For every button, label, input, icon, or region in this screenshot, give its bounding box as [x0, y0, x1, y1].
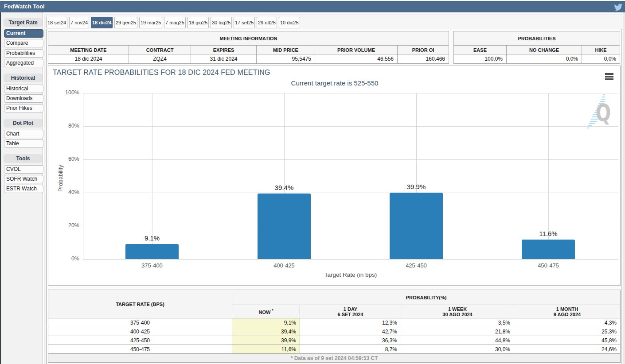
probability-history-table: TARGET RATE (BPS)PROBABILITY(%)NOW *1 DA…	[48, 290, 621, 363]
probabilities-value-row: 100,0%0,0%0,0%	[454, 54, 620, 64]
bar-value-label: 39.9%	[387, 183, 445, 190]
chart-context-menu-icon[interactable]	[605, 73, 613, 80]
chart-subtitle: Current target rate is 525-550	[48, 79, 621, 87]
tab-29-ott25[interactable]: 29 ott25	[257, 17, 277, 28]
probabilities-title: PROBABILITIES	[454, 31, 620, 46]
tab-19-mar25[interactable]: 19 mar25	[139, 17, 162, 28]
sidebar-section-target-rate[interactable]: Target Rate	[4, 18, 43, 27]
meeting-header-row: MEETING DATECONTRACTEXPIRESMID PRICEPRIO…	[48, 46, 449, 54]
prob-col-hike: HIKE	[582, 46, 620, 54]
prob-value: 0,0%	[582, 54, 620, 64]
sidebar-item-downloads[interactable]: Downloads	[4, 94, 43, 103]
y-gridline	[83, 93, 618, 93]
meeting-col-prior-volume: PRIOR VOLUME	[315, 46, 398, 54]
meeting-col-contract: CONTRACT	[129, 46, 191, 54]
sidebar-item-aggregated[interactable]: Aggregated	[4, 59, 43, 67]
probability-row: 450-47511,6%8,7%30,0%24,6%	[48, 345, 621, 354]
meeting-value: 31 dic 2024	[191, 54, 257, 64]
y-gridline	[83, 193, 618, 193]
bar-450-475[interactable]	[522, 240, 575, 259]
sidebar-item-sofr-watch[interactable]: SOFR Watch	[4, 175, 43, 183]
sidebar-item-compare[interactable]: Compare	[4, 39, 43, 47]
x-axis-line	[83, 259, 618, 259]
bar-value-label: 9.1%	[123, 234, 181, 242]
meeting-col-prior-oi: PRIOR OI	[398, 46, 449, 54]
cell-rate: 400-425	[48, 327, 232, 336]
y-tick-label: 0%	[53, 256, 79, 262]
cell-history: 45,8%	[514, 336, 621, 345]
cell-now: 39,4%	[232, 327, 300, 336]
tab-10-dic25[interactable]: 10 dic25	[279, 17, 300, 28]
tab-18-set24[interactable]: 18 set24	[46, 17, 67, 28]
tab-7-nov24[interactable]: 7 nov24	[69, 17, 89, 28]
col-group-probability: PROBABILITY(%)	[232, 290, 621, 305]
y-axis-title: Probability	[57, 165, 64, 192]
bar-400-425[interactable]	[258, 194, 311, 259]
x-category-label: 400-425	[249, 262, 320, 269]
cell-history: 3,5%	[401, 318, 514, 327]
probability-row: 375-4009,1%12,3%3,5%4,3%	[48, 318, 621, 327]
chart-panel: TARGET RATE PROBABILITIES FOR 18 DIC 202…	[48, 66, 621, 286]
probability-row: 400-42539,4%42,7%21,8%25,3%	[48, 327, 621, 336]
cell-history: 30,0%	[401, 345, 514, 354]
quikstrike-watermark: Q	[583, 93, 614, 130]
tab-30-lug25[interactable]: 30 lug25	[211, 17, 232, 28]
y-tick-label: 60%	[53, 156, 79, 162]
bar-375-400[interactable]	[125, 244, 179, 259]
meeting-col-mid-price: MID PRICE	[257, 46, 315, 54]
sidebar-section-tools[interactable]: Tools	[4, 154, 43, 163]
cell-history: 24,6%	[514, 345, 621, 354]
y-tick-label: 20%	[53, 222, 79, 228]
y-tick-label: 40%	[53, 189, 79, 195]
meeting-col-expires: EXPIRES	[191, 46, 257, 54]
col-target-rate: TARGET RATE (BPS)	[48, 290, 232, 318]
x-category-label: 425-450	[381, 262, 452, 269]
meeting-col-meeting-date: MEETING DATE	[48, 46, 129, 54]
cell-now: 39,9%	[232, 336, 300, 345]
bar-425-450[interactable]	[390, 193, 443, 259]
y-gridline	[83, 226, 618, 226]
cell-rate: 375-400	[48, 318, 232, 327]
cell-history: 42,7%	[300, 327, 401, 336]
sidebar-section-dot-plot[interactable]: Dot Plot	[4, 119, 43, 128]
meeting-value: 95,5475	[257, 54, 315, 64]
col-1-day: 1 DAY6 SET 2024	[300, 305, 401, 318]
x-axis-title: Target Rate (in bps)	[306, 271, 395, 278]
tab-7-mag25[interactable]: 7 mag25	[164, 17, 186, 28]
cell-now: 9,1%	[232, 318, 300, 327]
y-tick-label: 100%	[53, 89, 79, 96]
twitter-icon[interactable]	[614, 3, 623, 12]
app-title: FedWatch Tool	[4, 3, 45, 10]
meeting-value: 46.556	[315, 54, 398, 64]
tab-17-set25[interactable]: 17 set25	[234, 17, 255, 28]
sidebar-item-table[interactable]: Table	[4, 139, 43, 148]
y-tick-label: 80%	[53, 123, 79, 129]
prob-value: 0,0%	[507, 54, 582, 64]
cell-now: 11,6%	[232, 345, 300, 354]
tab-18-dic24[interactable]: 18 dic24	[91, 17, 113, 28]
probability-table-group-header-row: TARGET RATE (BPS)PROBABILITY(%)	[48, 290, 621, 305]
tab-29-gen25[interactable]: 29 gen25	[114, 17, 137, 28]
sidebar-item-current[interactable]: Current	[4, 29, 43, 38]
y-gridline	[83, 126, 618, 127]
sidebar-item-probabilities[interactable]: Probabilities	[4, 49, 43, 58]
sidebar-section-historical[interactable]: Historical	[4, 74, 43, 82]
bar-value-label: 11.6%	[520, 230, 577, 237]
watermark-letter: Q	[596, 99, 611, 126]
prob-col-no-change: NO CHANGE	[507, 46, 582, 54]
sidebar-item-prior-hikes[interactable]: Prior Hikes	[4, 104, 43, 112]
footnote-row: * Data as of 9 set 2024 04:59:53 CT	[48, 354, 621, 363]
meeting-value: 18 dic 2024	[48, 54, 129, 64]
app-header: FedWatch Tool	[0, 1, 625, 12]
sidebar-item-historical[interactable]: Historical	[4, 85, 43, 93]
meeting-information-table: MEETING INFORMATION MEETING DATECONTRACT…	[48, 31, 449, 64]
meeting-value: 160.466	[398, 54, 449, 64]
chart-title: TARGET RATE PROBABILITIES FOR 18 DIC 202…	[53, 69, 270, 77]
sidebar-item-chart[interactable]: Chart	[4, 130, 43, 138]
cell-history: 12,3%	[300, 318, 401, 327]
probability-row: 425-45039,9%36,3%44,8%45,8%	[48, 336, 621, 345]
meeting-value: ZQZ4	[129, 54, 191, 64]
sidebar-item-estr-watch[interactable]: ESTR Watch	[4, 185, 43, 193]
tab-18-giu25[interactable]: 18 giu25	[188, 17, 209, 28]
sidebar-item-cvol[interactable]: CVOL	[4, 165, 43, 174]
